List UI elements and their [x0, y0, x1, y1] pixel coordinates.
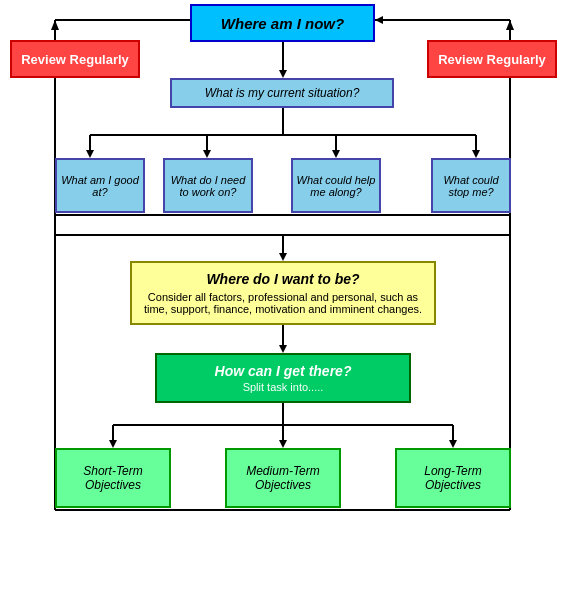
svg-marker-7 [203, 150, 211, 158]
svg-marker-23 [109, 440, 117, 448]
svg-marker-1 [279, 70, 287, 78]
how-get-there-box: How can I get there? Split task into....… [155, 353, 411, 403]
where-am-i-label: Where am I now? [221, 15, 344, 32]
svg-marker-9 [332, 150, 340, 158]
svg-marker-34 [506, 20, 514, 30]
svg-marker-30 [51, 20, 59, 30]
stop-me-box: What could stop me? [431, 158, 511, 213]
diagram: Where am I now? Review Regularly Review … [0, 0, 567, 610]
current-situation-box: What is my current situation? [170, 78, 394, 108]
help-along-label: What could help me along? [293, 174, 379, 198]
review-left-box: Review Regularly [10, 40, 140, 78]
short-term-label: Short-Term Objectives [57, 464, 169, 492]
how-get-there-title: How can I get there? [215, 363, 352, 379]
review-right-label: Review Regularly [438, 52, 546, 67]
medium-term-box: Medium-Term Objectives [225, 448, 341, 508]
help-along-box: What could help me along? [291, 158, 381, 213]
where-am-i-box: Where am I now? [190, 4, 375, 42]
stop-me-label: What could stop me? [433, 174, 509, 198]
where-to-be-sub: Consider all factors, professional and p… [136, 291, 430, 315]
where-to-be-box: Where do I want to be? Consider all fact… [130, 261, 436, 325]
work-on-box: What do I need to work on? [163, 158, 253, 213]
review-left-label: Review Regularly [21, 52, 129, 67]
medium-term-label: Medium-Term Objectives [227, 464, 339, 492]
good-at-box: What am I good at? [55, 158, 145, 213]
current-situation-label: What is my current situation? [205, 86, 360, 100]
svg-marker-17 [279, 253, 287, 261]
how-get-there-content: How can I get there? Split task into....… [211, 359, 356, 397]
svg-marker-5 [86, 150, 94, 158]
svg-marker-19 [279, 345, 287, 353]
review-right-box: Review Regularly [427, 40, 557, 78]
work-on-label: What do I need to work on? [165, 174, 251, 198]
long-term-box: Long-Term Objectives [395, 448, 511, 508]
where-to-be-content: Where do I want to be? Consider all fact… [132, 267, 434, 319]
long-term-label: Long-Term Objectives [397, 464, 509, 492]
where-to-be-title: Where do I want to be? [206, 271, 359, 287]
svg-marker-25 [279, 440, 287, 448]
svg-marker-27 [449, 440, 457, 448]
svg-marker-11 [472, 150, 480, 158]
good-at-label: What am I good at? [57, 174, 143, 198]
how-get-there-sub: Split task into..... [243, 381, 324, 393]
svg-marker-37 [375, 16, 383, 24]
short-term-box: Short-Term Objectives [55, 448, 171, 508]
